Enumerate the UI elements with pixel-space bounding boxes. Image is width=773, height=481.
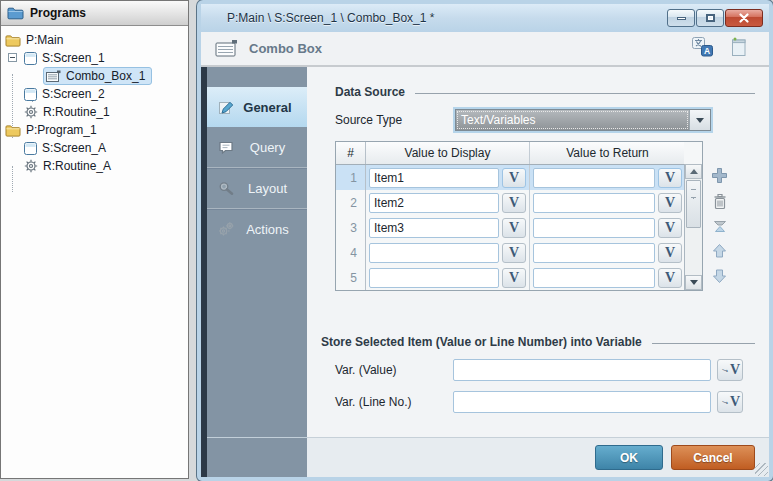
combo-box-icon	[46, 70, 61, 82]
value-to-display-input[interactable]	[369, 243, 499, 263]
restore-button[interactable]	[696, 9, 724, 27]
programs-panel-title: Programs	[30, 6, 86, 20]
value-to-return-input[interactable]	[533, 193, 655, 213]
tree-item-routine-a[interactable]: R:Routine_A	[1, 157, 188, 175]
column-header-num: #	[336, 142, 366, 164]
table-row[interactable]: 3 V V	[336, 215, 684, 240]
selected-tree-item: Combo_Box_1	[43, 67, 152, 85]
table-row[interactable]: 2 V V	[336, 190, 684, 215]
variable-picker-button[interactable]: V	[502, 243, 526, 263]
dialog-titlebar[interactable]: P:Main \ S:Screen_1 \ Combo_Box_1 *	[201, 4, 769, 32]
tree-item-p-main[interactable]: P:Main	[1, 31, 188, 49]
close-icon	[739, 13, 749, 23]
delete-row-button[interactable]	[712, 193, 728, 210]
svg-text:A: A	[704, 46, 710, 56]
table-scrollbar[interactable]	[684, 164, 702, 290]
tree-item-combo-box-1[interactable]: Combo_Box_1	[1, 67, 188, 85]
var-value-label: Var. (Value)	[335, 363, 453, 377]
tree-item-screen-1[interactable]: S:Screen_1	[1, 49, 188, 67]
assign-variable-button[interactable]: → V	[717, 391, 743, 413]
scroll-up-button[interactable]	[685, 164, 702, 179]
routine-gear-icon	[24, 159, 38, 173]
variable-picker-button[interactable]: V	[502, 168, 526, 188]
variable-picker-button[interactable]: V	[502, 193, 526, 213]
scrollbar-thumb[interactable]	[686, 180, 701, 228]
query-bubble-icon	[216, 140, 236, 155]
variable-picker-button[interactable]: V	[502, 218, 526, 238]
tab-label: General	[236, 100, 299, 115]
value-to-display-input[interactable]	[369, 168, 499, 188]
resize-grip[interactable]	[755, 463, 768, 476]
tab-label: Layout	[236, 181, 299, 196]
var-value-input[interactable]	[453, 359, 711, 381]
scrollbar-track[interactable]	[685, 229, 702, 275]
tab-layout[interactable]: Layout	[207, 168, 307, 209]
tree-item-routine-1[interactable]: R:Routine_1	[1, 103, 188, 121]
collapse-expander-icon[interactable]	[8, 53, 17, 62]
dialog-body: General Query	[201, 67, 769, 437]
minimize-icon	[677, 17, 686, 20]
programs-panel: Programs P:Main S:Screen_1	[0, 0, 189, 479]
tree-item-screen-2[interactable]: S:Screen_2	[1, 85, 188, 103]
value-to-display-input[interactable]	[369, 268, 499, 288]
chevron-up-icon	[690, 169, 698, 174]
screen-icon	[24, 88, 37, 101]
table-tools	[711, 167, 728, 284]
tree-item-p-program-1[interactable]: P:Program_1	[1, 121, 188, 139]
arrow-up-icon	[712, 243, 727, 259]
table-row[interactable]: 4 V V	[336, 240, 684, 265]
move-to-top-button[interactable]	[712, 219, 728, 234]
tree-item-label: S:Screen_1	[42, 51, 105, 65]
source-type-dropdown[interactable]: Text/Variables	[455, 109, 711, 131]
cancel-button[interactable]: Cancel	[671, 445, 755, 470]
window-controls	[667, 9, 763, 27]
group-divider	[415, 93, 755, 94]
value-to-display-input[interactable]	[369, 218, 499, 238]
combo-box-dialog: P:Main \ S:Screen_1 \ Combo_Box_1 * Comb…	[197, 0, 773, 481]
translate-icon[interactable]: A	[692, 36, 713, 57]
ok-button[interactable]: OK	[595, 445, 663, 470]
tab-query[interactable]: Query	[207, 127, 307, 168]
value-to-return-input[interactable]	[533, 268, 655, 288]
value-to-return-input[interactable]	[533, 168, 655, 188]
note-icon[interactable]	[731, 37, 747, 57]
dropdown-button[interactable]	[689, 110, 710, 130]
var-line-no-label: Var. (Line No.)	[335, 395, 453, 409]
variable-picker-button[interactable]: V	[658, 193, 682, 213]
assign-variable-button[interactable]: → V	[717, 359, 743, 381]
group-divider	[652, 343, 755, 344]
tree-item-label: R:Routine_A	[43, 159, 111, 173]
var-line-no-row: Var. (Line No.) → V	[335, 391, 769, 413]
group-title: Store Selected Item (Value or Line Numbe…	[321, 335, 642, 349]
value-to-return-input[interactable]	[533, 243, 655, 263]
source-type-value: Text/Variables	[456, 110, 689, 130]
screen-icon	[24, 142, 37, 155]
tree-item-label: P:Main	[26, 33, 63, 47]
tree-item-screen-a[interactable]: S:Screen_A	[1, 139, 188, 157]
var-line-no-input[interactable]	[453, 391, 711, 413]
minimize-button[interactable]	[667, 9, 695, 27]
layout-magnifier-icon	[216, 181, 236, 196]
tree-item-label: R:Routine_1	[43, 105, 110, 119]
value-to-return-input[interactable]	[533, 218, 655, 238]
value-to-display-input[interactable]	[369, 193, 499, 213]
tab-actions[interactable]: Actions	[207, 209, 307, 249]
tab-general[interactable]: General	[207, 87, 307, 127]
move-down-button[interactable]	[712, 268, 727, 284]
add-row-button[interactable]	[711, 167, 728, 184]
combo-box-icon	[215, 39, 239, 58]
routine-gear-icon	[24, 105, 38, 119]
move-up-button[interactable]	[712, 243, 727, 259]
variable-picker-button[interactable]: V	[658, 268, 682, 288]
programs-panel-header[interactable]: Programs	[1, 1, 188, 26]
row-number: 2	[336, 190, 366, 215]
trash-icon	[712, 193, 728, 210]
variable-picker-button[interactable]: V	[502, 268, 526, 288]
table-row[interactable]: 1 V V	[336, 165, 684, 190]
variable-picker-button[interactable]: V	[658, 168, 682, 188]
close-button[interactable]	[725, 9, 763, 27]
variable-picker-button[interactable]: V	[658, 243, 682, 263]
variable-picker-button[interactable]: V	[658, 218, 682, 238]
scroll-down-button[interactable]	[685, 275, 702, 290]
table-row[interactable]: 5 V V	[336, 265, 684, 290]
